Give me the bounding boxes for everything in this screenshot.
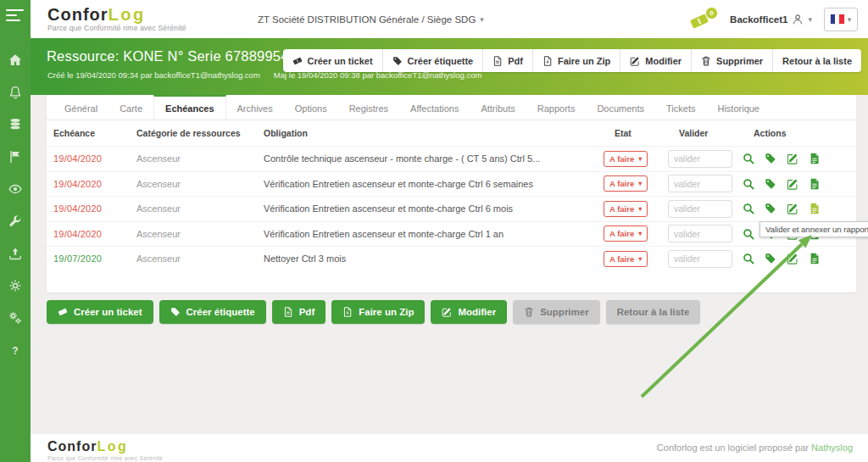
state-dropdown[interactable]: A faire ▾: [604, 251, 648, 267]
echeance-date: 19/04/2020: [53, 229, 136, 239]
tag-icon[interactable]: [765, 178, 776, 190]
gear-icon: [8, 279, 22, 292]
valider-input[interactable]: [668, 225, 732, 242]
column-header: Catégorie de ressources: [136, 128, 264, 138]
tab[interactable]: Affectations: [399, 95, 470, 120]
search-icon[interactable]: [743, 203, 754, 214]
footer-credit: Conforlog est un logiciel proposé par Na…: [657, 443, 853, 453]
bottom-action-button[interactable]: Supprimer: [513, 300, 600, 324]
edit-icon[interactable]: [787, 253, 798, 264]
sidebar-item[interactable]: [0, 302, 31, 334]
footer-logo: ConforLog Parce que Conformité rime avec…: [47, 440, 163, 461]
user-menu[interactable]: Backofficet1 ▾: [730, 14, 812, 25]
tab[interactable]: Archives: [226, 95, 284, 120]
nathyslog-link[interactable]: Nathyslog: [811, 443, 853, 453]
tab[interactable]: Général: [53, 95, 108, 120]
state-dropdown[interactable]: A faire ▾: [604, 151, 648, 167]
sidebar-item[interactable]: [0, 76, 31, 109]
state-dropdown[interactable]: A faire ▾: [604, 225, 648, 242]
tab[interactable]: Registres: [338, 95, 399, 120]
caret-down-icon: ▾: [848, 15, 852, 24]
logo-part1: Confor: [47, 5, 108, 24]
person-icon: [792, 14, 804, 25]
header-action-button[interactable]: Retour à la liste: [772, 49, 861, 72]
header-action-button[interactable]: Modifier: [620, 49, 691, 72]
sidebar-item[interactable]: [0, 44, 31, 76]
state-dropdown[interactable]: A faire ▾: [604, 175, 648, 192]
bottom-action-button[interactable]: Modifier: [431, 300, 507, 324]
edit-icon[interactable]: [787, 178, 798, 190]
sidebar-item[interactable]: [0, 334, 31, 366]
caret-down-icon: ▾: [808, 15, 812, 24]
bottom-action-button[interactable]: Faire un Zip: [331, 300, 425, 324]
company-selector[interactable]: ZT Société DISTRIBUTION Générale / Siège…: [258, 14, 484, 25]
app-logo[interactable]: ConforLog Parce que Conformité rime avec…: [47, 6, 210, 32]
tag-icon: [392, 56, 403, 66]
tab-bar: Général Carte Echéances Archives Options…: [47, 95, 856, 120]
tickets-widget[interactable]: 0: [689, 7, 718, 32]
validate-report-icon[interactable]: [809, 203, 821, 214]
search-icon[interactable]: [743, 228, 754, 240]
tab[interactable]: Historique: [706, 95, 771, 120]
sidebar-item[interactable]: [0, 270, 31, 302]
header-action-button[interactable]: Faire un Zip: [532, 49, 620, 72]
menu-icon[interactable]: [6, 9, 31, 21]
resource-category: Ascenseur: [136, 203, 264, 214]
bottom-action-button[interactable]: Pdf: [272, 300, 326, 324]
sidebar-item[interactable]: [0, 237, 31, 270]
tab[interactable]: Rapports: [526, 95, 587, 120]
resource-banner: Ressource: KONE N° Serie 678899544 - Mod…: [31, 38, 868, 95]
validate-report-icon[interactable]: [809, 178, 821, 190]
obligation-label: Nettoyer Ctrl 3 mois: [264, 253, 604, 264]
validate-report-icon[interactable]: [809, 253, 821, 264]
validate-report-icon[interactable]: [809, 153, 821, 164]
header-action-button[interactable]: Créer étiquette: [382, 49, 483, 72]
tag-icon[interactable]: [765, 203, 776, 214]
tab[interactable]: Documents: [586, 95, 655, 120]
caret-down-icon: ▾: [638, 205, 642, 213]
obligation-label: Contrôle technique ascenseur - monte cha…: [264, 153, 604, 164]
sidebar-item[interactable]: [0, 205, 31, 237]
search-icon[interactable]: [743, 253, 754, 264]
ticket-icon: [58, 307, 68, 317]
tag-icon[interactable]: [765, 253, 776, 264]
valider-input[interactable]: [668, 200, 732, 218]
echeance-date: 19/04/2020: [53, 203, 136, 214]
bottom-action-button[interactable]: Retour à la liste: [606, 300, 701, 324]
valider-input[interactable]: [668, 175, 732, 192]
tag-icon[interactable]: [765, 153, 776, 164]
valider-input[interactable]: [668, 250, 732, 268]
tab[interactable]: Echéances: [153, 95, 225, 120]
state-dropdown[interactable]: A faire ▾: [604, 201, 648, 217]
valider-input[interactable]: [668, 150, 732, 168]
upload-icon: [8, 247, 22, 260]
sidebar-item[interactable]: [0, 141, 31, 173]
sidebar-item[interactable]: [0, 173, 31, 205]
flag-icon: [8, 150, 22, 164]
footer: ConforLog Parce que Conformité rime avec…: [31, 434, 868, 462]
table-row: 19/04/2020 Ascenseur Vérification Entret…: [47, 196, 856, 221]
edit-icon[interactable]: [787, 153, 798, 164]
search-icon[interactable]: [743, 153, 754, 164]
edit-icon[interactable]: [787, 203, 798, 214]
column-header: Etat: [604, 128, 668, 138]
gears-icon: [8, 311, 22, 325]
table-row: 19/07/2020 Ascenseur Nettoyer Ctrl 3 moi…: [47, 246, 856, 271]
bottom-action-button[interactable]: Créer étiquette: [159, 300, 266, 324]
echeance-date: 19/04/2020: [53, 153, 136, 164]
resource-card: Général Carte Echéances Archives Options…: [47, 95, 856, 292]
caret-down-icon: ▾: [638, 155, 642, 163]
header-action-button[interactable]: Créer un ticket: [283, 49, 382, 72]
tab[interactable]: Attributs: [470, 95, 526, 120]
ticket-icon: [292, 56, 303, 66]
search-icon[interactable]: [743, 178, 754, 190]
header-action-button[interactable]: Pdf: [482, 49, 532, 72]
table-header: Echéance Catégorie de ressources Obligat…: [47, 120, 856, 146]
sidebar-item[interactable]: [0, 109, 31, 141]
tab[interactable]: Options: [284, 95, 338, 120]
header-action-button[interactable]: Supprimer: [691, 49, 772, 72]
tab[interactable]: Carte: [108, 95, 153, 120]
bottom-action-button[interactable]: Créer un ticket: [47, 300, 153, 324]
tab[interactable]: Tickets: [655, 95, 706, 120]
language-selector[interactable]: ▾: [824, 8, 858, 31]
